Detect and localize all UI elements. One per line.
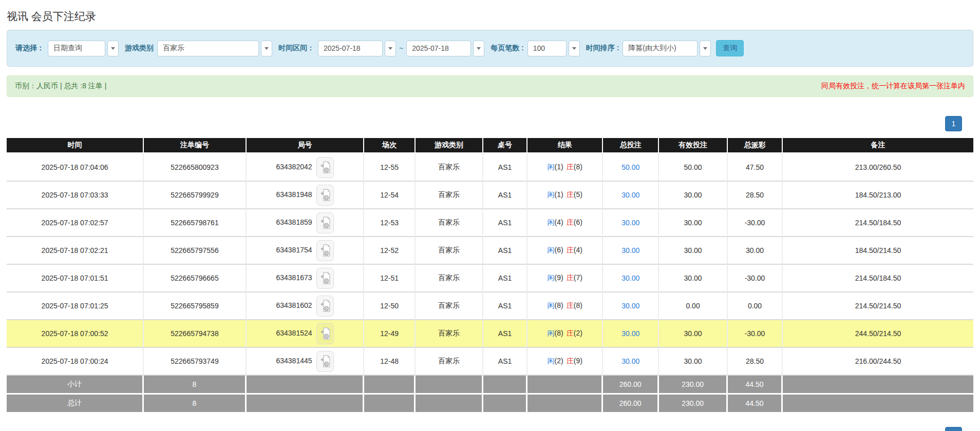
sort-order-select[interactable]: 降冪(由大到小) [623, 41, 711, 56]
bet-id-cell: 522665796665 [144, 265, 246, 292]
result-banker-value: (8) [574, 301, 582, 309]
total-bet-link[interactable]: 30.00 [621, 357, 639, 365]
result-player-label: 闲 [548, 273, 555, 282]
date-to-caret-button[interactable] [473, 41, 484, 56]
result-banker-label: 庄 [567, 357, 574, 365]
result-banker-value: (4) [574, 246, 582, 254]
total-valid-bet: 230.00 [659, 395, 728, 414]
subtotal-row: 小计 8 260.00 230.00 44.50 [7, 376, 973, 395]
total-bet-link[interactable]: 30.00 [621, 246, 639, 254]
bet-record-row[interactable]: 2025-07-18 07:01:51 522665796665 6343816… [7, 265, 973, 292]
round-cell: 634382042 [247, 154, 365, 182]
game-type-cell: 百家乐 [416, 265, 483, 292]
total-label: 总计 [7, 395, 144, 414]
time-cell: 2025-07-18 07:03:33 [7, 182, 144, 209]
video-replay-button[interactable] [316, 351, 334, 372]
session-cell: 12-48 [364, 348, 416, 376]
video-replay-button[interactable] [316, 240, 334, 261]
page-size-caret-button[interactable] [569, 41, 580, 56]
date-from-value[interactable]: 2025-07-18 [318, 41, 383, 56]
page-size-select[interactable]: 100 [527, 41, 580, 56]
payout-cell: -30.00 [728, 209, 783, 237]
date-from-caret-button[interactable] [385, 41, 396, 56]
round-cell: 634381859 [247, 209, 365, 237]
date-to-value[interactable]: 2025-07-18 [406, 41, 471, 56]
bet-id-cell: 522665800923 [144, 154, 246, 182]
bet-record-row[interactable]: 2025-07-18 07:02:57 522665798761 6343818… [7, 209, 973, 237]
caret-down-icon [477, 47, 481, 50]
video-replay-button[interactable] [316, 323, 334, 344]
total-bet-link[interactable]: 30.00 [621, 329, 639, 338]
page-1-button[interactable]: 1 [945, 116, 962, 131]
total-bet-link[interactable]: 30.00 [621, 274, 639, 282]
bet-id-cell: 522665794738 [144, 320, 246, 348]
video-record-icon [320, 355, 330, 368]
result-banker-value: (6) [574, 218, 582, 226]
result-player-label: 闲 [548, 329, 555, 337]
page-size-value[interactable]: 100 [527, 41, 567, 56]
payout-cell: 28.50 [728, 182, 783, 209]
total-bet-cell: 30.00 [603, 265, 659, 292]
total-bet-link[interactable]: 30.00 [621, 302, 639, 310]
total-count: 8 [144, 395, 246, 414]
total-bet-link[interactable]: 30.00 [621, 219, 639, 227]
total-bet-cell: 30.00 [603, 209, 659, 237]
video-replay-button[interactable] [316, 268, 334, 289]
bet-record-row[interactable]: 2025-07-18 07:00:52 522665794738 6343815… [7, 320, 973, 348]
query-mode-caret-button[interactable] [107, 41, 119, 56]
round-id: 634381859 [276, 218, 312, 226]
round-id: 634381602 [276, 301, 312, 309]
result-player-value: (8) [555, 329, 563, 337]
bet-record-row[interactable]: 2025-07-18 07:00:24 522665793749 6343814… [7, 348, 973, 376]
sort-order-caret-button[interactable] [700, 41, 711, 56]
video-replay-button[interactable] [316, 296, 334, 317]
caret-down-icon [111, 47, 115, 50]
bet-record-row[interactable]: 2025-07-18 07:02:21 522665797556 6343817… [7, 237, 973, 265]
bet-record-row[interactable]: 2025-07-18 07:04:06 522665800923 6343820… [7, 154, 973, 182]
table-header-row: 时间 注单编号 局号 场次 游戏类别 桌号 结果 总投注 有效投注 总派彩 备注 [7, 138, 973, 154]
caret-down-icon [265, 47, 269, 50]
date-from-select[interactable]: 2025-07-18 [318, 41, 396, 56]
page-1-button-bottom[interactable]: 1 [945, 427, 962, 431]
sort-order-value[interactable]: 降冪(由大到小) [623, 41, 698, 56]
bet-record-row[interactable]: 2025-07-18 07:01:25 522665795859 6343816… [7, 292, 973, 320]
remark-cell: 214.50/214.50 [783, 292, 973, 320]
currency-total-text: 币别：人民币 | 总共 :8 注单 | [15, 82, 106, 91]
date-to-select[interactable]: 2025-07-18 [406, 41, 484, 56]
total-bet-cell: 30.00 [603, 320, 659, 348]
search-button[interactable]: 查询 [716, 40, 744, 56]
video-replay-button[interactable] [316, 185, 334, 206]
table-no-cell: AS1 [483, 292, 528, 320]
time-cell: 2025-07-18 07:02:21 [7, 237, 144, 265]
total-bet-link[interactable]: 50.00 [621, 163, 639, 171]
query-mode-select[interactable]: 日期查询 [48, 41, 119, 56]
bet-id-cell: 522665793749 [144, 348, 246, 376]
game-type-label: 游戏类别 [125, 44, 154, 53]
result-player-value: (9) [555, 273, 563, 282]
game-type-select[interactable]: 百家乐 [157, 41, 272, 56]
result-cell: 闲(1)庄(8) [527, 154, 603, 182]
total-bet-link[interactable]: 30.00 [621, 191, 639, 199]
query-mode-value[interactable]: 日期查询 [48, 41, 105, 56]
valid-bet-cell: 30.00 [659, 320, 728, 348]
caret-down-icon [572, 47, 576, 50]
result-player-value: (4) [555, 218, 563, 226]
game-type-caret-button[interactable] [261, 41, 272, 56]
subtotal-valid-bet: 230.00 [659, 376, 728, 395]
result-player-label: 闲 [548, 218, 555, 226]
video-record-icon [320, 244, 330, 257]
game-type-cell: 百家乐 [416, 237, 483, 265]
result-cell: 闲(2)庄(9) [527, 348, 603, 376]
subtotal-total-bet: 260.00 [603, 376, 659, 395]
total-total-bet: 260.00 [603, 395, 659, 414]
game-type-value[interactable]: 百家乐 [157, 41, 259, 56]
table-no-cell: AS1 [483, 265, 528, 292]
video-replay-button[interactable] [316, 212, 334, 233]
bet-record-row[interactable]: 2025-07-18 07:03:33 522665799929 6343819… [7, 182, 973, 209]
pagination-bottom: 1 [7, 427, 962, 431]
payout-cell: 30.00 [728, 237, 783, 265]
result-cell: 闲(8)庄(8) [527, 292, 603, 320]
bet-id-cell: 522665797556 [144, 237, 246, 265]
video-record-icon [320, 272, 330, 285]
video-replay-button[interactable] [316, 157, 334, 178]
